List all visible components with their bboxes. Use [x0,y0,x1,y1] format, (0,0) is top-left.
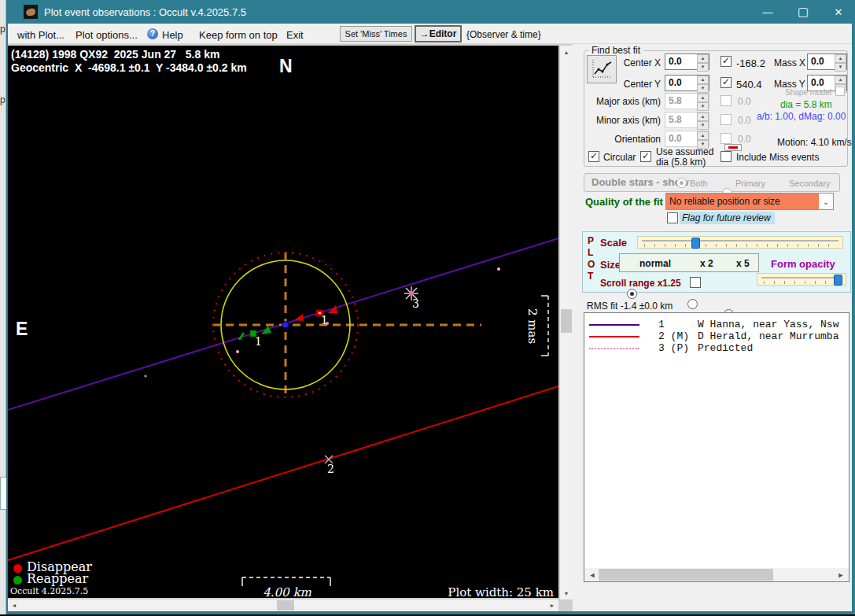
spin-arrows[interactable]: ▲▼ [697,54,709,69]
center-y-checkbox[interactable] [720,77,732,88]
form-opacity-label: Form opacity [771,258,835,270]
menu-exit[interactable]: Exit [286,29,304,41]
maximize-button[interactable]: ▢ [786,0,820,24]
scroll-thumb[interactable] [277,600,294,610]
size-normal-label: normal [639,258,671,269]
menu-plot-options[interactable]: Plot options... [76,29,138,41]
use-assumed-checkbox[interactable] [640,151,651,162]
titlebar[interactable]: Plot event observations : Occult v.4.202… [6,0,855,24]
chord2-number: 2 [327,463,334,475]
scroll-thumb[interactable] [561,309,572,333]
rms-fit-text: RMS fit -1.4 ±0.0 km [587,301,673,312]
observer-num: 2 (M) [658,330,689,342]
mass-x-spinner[interactable]: 0.0 ▲▼ [807,53,847,70]
background-text-fragment: sp [0,24,6,35]
scroll-left-arrow[interactable]: ◄ [8,599,20,611]
plot-vertical-o: O [588,259,595,270]
orientation-checkbox [720,133,732,144]
reappear-legend-label: Reappear [27,571,88,586]
minimize-button[interactable]: — [750,0,785,24]
slider-thumb[interactable] [834,275,842,286]
observer-row[interactable]: 2 (M) D Herald, near Murrumba [584,330,849,342]
field-dot [497,267,500,271]
field-dot [236,350,239,353]
double-primary-label: Primary [735,179,765,188]
shape-model-checkbox[interactable] [835,87,845,96]
scroll-right-arrow[interactable]: ► [835,568,847,581]
circular-label: Circular [603,152,636,163]
form-opacity-slider[interactable] [757,273,846,286]
include-miss-checkbox[interactable] [720,151,732,162]
observer-row[interactable]: 1 W Hanna, near Yass, Nsw [584,319,849,330]
observer-num: 1 [658,319,689,330]
orientation-spinner: 0.0 ▲▼ [665,131,709,147]
chevron-down-icon[interactable]: ⌄ [819,194,833,209]
quality-combobox[interactable]: No reliable position or size ⌄ [665,193,834,210]
plot-vertical-l: L [588,247,593,258]
scroll-range-label: Scroll range x1.25 [600,278,681,289]
use-assumed-label-line2: dia (5.8 km) [656,157,706,168]
observer-row[interactable]: 3 (P) Predicted [584,342,849,354]
plot-horizontal-scrollbar[interactable]: ◄ ► [8,599,558,611]
menu-keep-on-top[interactable]: Keep form on top [199,29,278,41]
dia-text: dia = 5.8 km [780,99,832,110]
slider-track [642,240,838,242]
disappear-legend-dot [13,564,22,573]
observers-listbox[interactable]: 1 W Hanna, near Yass, Nsw 2 (M) D Herald… [584,312,849,582]
listbox-scrollbar[interactable]: ◄ ► [584,568,849,581]
plot-vertical-scrollbar[interactable]: ▲ ▼ [560,46,573,599]
center-x-checkbox[interactable] [720,56,732,67]
spin-arrows: ▲▼ [697,131,709,146]
background-text-fragment: sp [0,94,6,105]
circular-checkbox[interactable] [588,151,599,162]
compass-east-label: E [16,319,28,340]
scale-slider[interactable] [637,236,843,249]
line-color-button[interactable] [724,144,742,151]
scroll-range-checkbox[interactable] [690,277,701,288]
minor-axis-checkbox [720,114,732,125]
set-miss-times-button[interactable]: Set 'Miss' Times [340,26,412,42]
orientation-fit-value: 0.0 [738,134,751,145]
major-axis-fit-value: 0.0 [738,96,751,107]
plot-version-label: Occult 4.2025.7.5 [10,586,88,596]
center-x-spinner[interactable]: 0.0 ▲▼ [665,53,709,70]
size-x2-radio[interactable] [687,299,698,309]
close-button[interactable]: ✕ [821,0,855,24]
scroll-thumb[interactable] [599,569,773,581]
asteroid-glyph [25,8,35,17]
mas-scale-label: 2 mas [525,296,540,357]
minor-axis-label: Minor axis (km) [586,115,661,126]
line-color-swatch [728,146,738,149]
menu-help[interactable]: Help [162,29,183,41]
chord2-line-sample [589,336,639,338]
slider-thumb[interactable] [691,238,700,249]
menu-with-plot[interactable]: with Plot... [17,29,64,41]
spin-arrows: ▲▼ [697,94,709,109]
major-axis-spinner: 5.8 ▲▼ [665,93,709,109]
spin-arrows[interactable]: ▲▼ [835,54,846,69]
scroll-right-arrow[interactable]: ► [546,599,558,611]
chord2-line [8,386,558,560]
plot-vertical-t: T [588,271,593,282]
help-icon[interactable]: ? [147,28,158,39]
spin-arrows[interactable]: ▲▼ [697,76,709,90]
editor-button[interactable]: →Editor [415,25,462,42]
plot-canvas[interactable]: (14128) 1998 QX92 2025 Jun 27 5.8 km Geo… [8,46,558,598]
predicted-star-center [410,292,414,296]
center-y-value: 0.0 [665,76,697,90]
scroll-down-arrow[interactable]: ▼ [560,587,573,599]
flag-review-checkbox[interactable] [667,212,678,223]
app-window: sp sp Plot event observations : Occult v… [0,0,855,616]
double-secondary-label: Secondary [789,179,831,188]
window-title: Plot event observations : Occult v.4.202… [44,6,246,18]
orientation-value: 0.0 [665,131,697,146]
scroll-left-arrow[interactable]: ◄ [586,568,599,581]
scroll-up-arrow[interactable]: ▲ [560,46,573,58]
size-normal-radio[interactable] [627,289,637,299]
center-y-spinner[interactable]: 0.0 ▲▼ [665,75,709,91]
reappear-legend-dot [13,576,22,585]
size-label: Size [600,259,621,271]
chord1-number-red: 1 [321,314,328,326]
center-y-label: Center Y [606,79,661,90]
include-miss-label: Include Miss events [736,152,819,163]
